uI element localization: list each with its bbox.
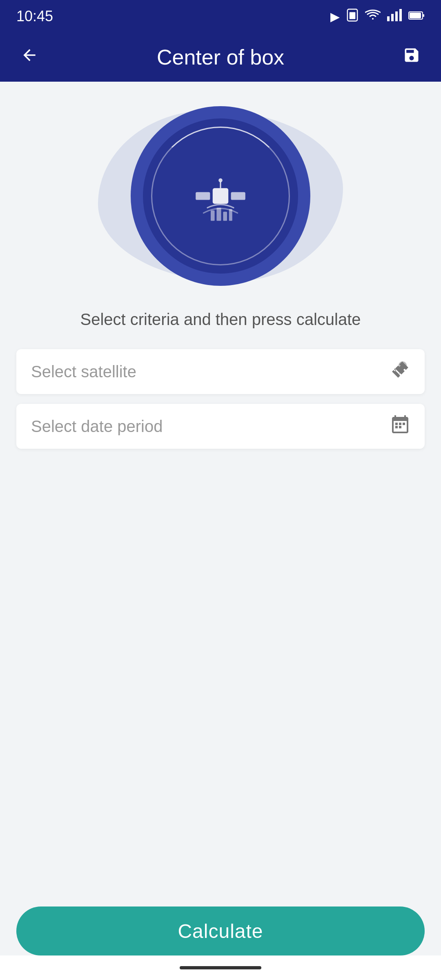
status-bar: 10:45 ▶ — [0, 0, 441, 33]
date-selector[interactable]: Select date period — [16, 404, 425, 449]
status-icons: ▶ — [330, 8, 425, 25]
svg-rect-19 — [399, 423, 401, 425]
svg-rect-21 — [395, 426, 398, 428]
date-label: Select date period — [31, 417, 163, 436]
main-content: Select criteria and then press calculate… — [0, 82, 441, 540]
sim-icon — [346, 8, 359, 25]
battery-icon — [408, 9, 425, 23]
signal-icon — [387, 9, 402, 24]
app-bar: Center of box — [0, 33, 441, 82]
svg-rect-20 — [403, 423, 405, 425]
svg-rect-5 — [399, 9, 402, 21]
app-bar-title: Center of box — [157, 45, 284, 69]
satellite-selector[interactable]: Select satellite — [16, 349, 425, 394]
svg-rect-18 — [395, 423, 398, 425]
svg-rect-22 — [399, 426, 401, 428]
back-button[interactable] — [16, 42, 42, 72]
orbit-ring — [151, 127, 290, 265]
satellite-icon — [390, 360, 410, 384]
calendar-icon — [390, 414, 410, 439]
svg-rect-8 — [410, 13, 421, 18]
svg-rect-1 — [350, 12, 356, 19]
satellite-label: Select satellite — [31, 363, 136, 381]
home-indicator — [180, 966, 261, 969]
svg-rect-3 — [391, 14, 394, 21]
play-icon: ▶ — [330, 9, 340, 24]
status-time: 10:45 — [16, 8, 53, 25]
hero-illustration — [16, 82, 425, 302]
svg-rect-7 — [423, 14, 424, 17]
wifi-icon — [365, 9, 381, 24]
calculate-button[interactable]: Calculate — [16, 906, 425, 956]
outer-circle — [131, 106, 310, 286]
save-button[interactable] — [399, 42, 425, 72]
bottom-bar — [0, 956, 441, 980]
svg-rect-4 — [395, 11, 398, 21]
svg-rect-2 — [387, 16, 390, 21]
description-text: Select criteria and then press calculate — [72, 310, 369, 329]
inner-circle — [143, 118, 298, 274]
